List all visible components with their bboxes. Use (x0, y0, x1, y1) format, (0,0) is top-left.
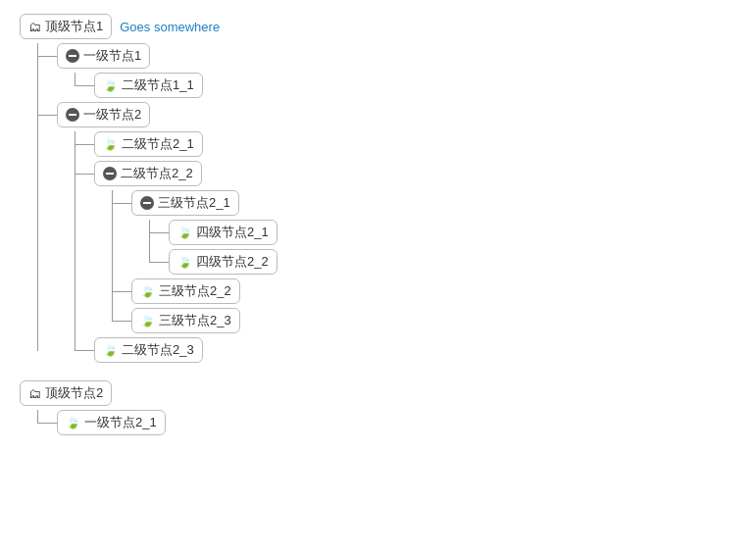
node-row-node1: 一级节点1 (57, 43, 736, 69)
node-label-node2_2_1: 三级节点2_1 (158, 194, 230, 212)
node-label-node2_2_2: 三级节点2_2 (159, 282, 231, 300)
children-node1: 🍃二级节点1_1 (94, 73, 736, 98)
node-node2_1: 🍃二级节点2_1 (94, 131, 736, 157)
folder-icon: 🗂 (28, 386, 41, 401)
node-node2_3: 🍃二级节点2_3 (94, 337, 736, 363)
node-box-node2[interactable]: 一级节点2 (57, 102, 150, 127)
node-row-node2_2_1_1: 🍃四级节点2_1 (169, 220, 736, 245)
leaf-icon: 🍃 (140, 314, 155, 327)
node-root1: 🗂顶级节点1Goes somewhere一级节点1🍃二级节点1_1一级节点2🍃二… (20, 14, 736, 363)
collapse-icon[interactable] (66, 49, 79, 63)
node-label-node2_2_1_1: 四级节点2_1 (196, 224, 269, 241)
collapse-icon[interactable] (140, 196, 154, 210)
children-node2: 🍃二级节点2_1二级节点2_2三级节点2_1🍃四级节点2_1🍃四级节点2_2🍃三… (94, 131, 736, 363)
node-box-node2_2_1_1[interactable]: 🍃四级节点2_1 (169, 220, 277, 245)
node-node2: 一级节点2🍃二级节点2_1二级节点2_2三级节点2_1🍃四级节点2_1🍃四级节点… (57, 102, 736, 363)
node-node2_2_1: 三级节点2_1🍃四级节点2_1🍃四级节点2_2 (131, 190, 736, 275)
leaf-icon: 🍃 (66, 416, 80, 429)
node-row-node2_3: 🍃二级节点2_3 (94, 337, 736, 363)
node-node2_2_2: 🍃三级节点2_2 (131, 278, 736, 304)
leaf-icon: 🍃 (177, 255, 192, 269)
leaf-icon: 🍃 (103, 343, 118, 357)
node-box-node2_2_1_2[interactable]: 🍃四级节点2_2 (169, 249, 277, 275)
children-node2_2: 三级节点2_1🍃四级节点2_1🍃四级节点2_2🍃三级节点2_2🍃三级节点2_3 (131, 190, 736, 333)
node-box-node2_2_1[interactable]: 三级节点2_1 (131, 190, 239, 216)
node-row-node2_1_root: 🍃一级节点2_1 (57, 410, 736, 435)
node-label-node2_2_1_2: 四级节点2_2 (196, 253, 269, 271)
node-node1: 一级节点1🍃二级节点1_1 (57, 43, 736, 98)
collapse-icon[interactable] (66, 108, 79, 122)
node-box-root2[interactable]: 🗂顶级节点2 (20, 380, 112, 406)
node-row-node2_2_1_2: 🍃四级节点2_2 (169, 249, 736, 275)
node-label-node2_2_3: 三级节点2_3 (159, 312, 231, 329)
leaf-icon: 🍃 (103, 137, 118, 151)
node-link[interactable]: Goes somewhere (120, 20, 220, 34)
node-row-node1_1: 🍃二级节点1_1 (94, 73, 736, 98)
node-row-node2_2_1: 三级节点2_1 (131, 190, 736, 216)
children-node2_2_1: 🍃四级节点2_1🍃四级节点2_2 (169, 220, 736, 275)
folder-icon: 🗂 (28, 20, 41, 34)
node-box-node2_2_3[interactable]: 🍃三级节点2_3 (131, 308, 240, 333)
node-label-node2_1_root: 一级节点2_1 (84, 414, 157, 431)
children-root1: 一级节点1🍃二级节点1_1一级节点2🍃二级节点2_1二级节点2_2三级节点2_1… (57, 43, 736, 363)
node-box-node2_1[interactable]: 🍃二级节点2_1 (94, 131, 203, 157)
node-box-node2_2_2[interactable]: 🍃三级节点2_2 (131, 278, 240, 304)
tree-container: 🗂顶级节点1Goes somewhere一级节点1🍃二级节点1_1一级节点2🍃二… (20, 14, 736, 435)
leaf-icon: 🍃 (140, 284, 155, 298)
node-root2: 🗂顶级节点2🍃一级节点2_1 (20, 380, 736, 435)
node-row-node2_2: 二级节点2_2 (94, 161, 736, 186)
node-box-node2_1_root[interactable]: 🍃一级节点2_1 (57, 410, 166, 435)
node-label-root1: 顶级节点1 (45, 18, 103, 35)
node-node2_2_3: 🍃三级节点2_3 (131, 308, 736, 333)
node-row-node2_2_2: 🍃三级节点2_2 (131, 278, 736, 304)
node-box-node2_2[interactable]: 二级节点2_2 (94, 161, 202, 186)
node-row-node2_2_3: 🍃三级节点2_3 (131, 308, 736, 333)
node-label-node2_1: 二级节点2_1 (122, 135, 194, 153)
node-label-root2: 顶级节点2 (45, 384, 103, 402)
node-label-node2_3: 二级节点2_3 (122, 341, 194, 359)
node-row-root2: 🗂顶级节点2 (20, 380, 736, 406)
node-box-root1[interactable]: 🗂顶级节点1 (20, 14, 112, 39)
leaf-icon: 🍃 (103, 78, 118, 92)
node-label-node2: 一级节点2 (83, 106, 141, 124)
node-node1_1: 🍃二级节点1_1 (94, 73, 736, 98)
node-row-node2_1: 🍃二级节点2_1 (94, 131, 736, 157)
node-node2_2_1_1: 🍃四级节点2_1 (169, 220, 736, 245)
node-node2_2_1_2: 🍃四级节点2_2 (169, 249, 736, 275)
node-box-node2_3[interactable]: 🍃二级节点2_3 (94, 337, 203, 363)
node-row-root1: 🗂顶级节点1Goes somewhere (20, 14, 736, 39)
children-root2: 🍃一级节点2_1 (57, 410, 736, 435)
node-box-node1[interactable]: 一级节点1 (57, 43, 150, 69)
node-label-node1_1: 二级节点1_1 (122, 76, 194, 94)
collapse-icon[interactable] (103, 167, 117, 180)
node-node2_1_root: 🍃一级节点2_1 (57, 410, 736, 435)
node-box-node1_1[interactable]: 🍃二级节点1_1 (94, 73, 203, 98)
node-row-node2: 一级节点2 (57, 102, 736, 127)
node-node2_2: 二级节点2_2三级节点2_1🍃四级节点2_1🍃四级节点2_2🍃三级节点2_2🍃三… (94, 161, 736, 333)
node-label-node2_2: 二级节点2_2 (121, 165, 193, 182)
leaf-icon: 🍃 (177, 226, 192, 239)
node-label-node1: 一级节点1 (83, 47, 141, 65)
